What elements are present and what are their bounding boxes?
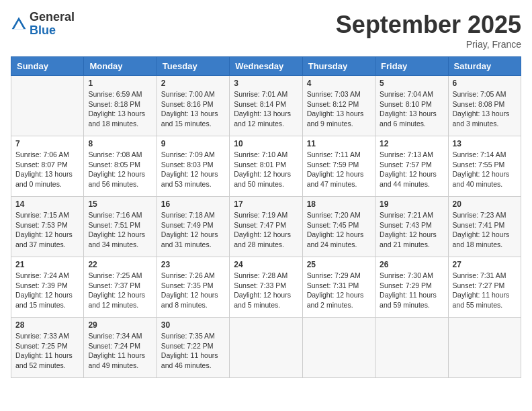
day-number: 26 xyxy=(380,260,443,269)
calendar-cell xyxy=(375,318,448,378)
sunset: Sunset: 7:51 PM xyxy=(88,220,152,230)
sunset: Sunset: 8:05 PM xyxy=(88,160,152,170)
day-number: 18 xyxy=(307,199,371,209)
sunrise: Sunrise: 7:20 AM xyxy=(307,210,371,220)
calendar-cell xyxy=(11,76,84,136)
day-number: 21 xyxy=(15,260,79,269)
day-content: Sunrise: 7:04 AMSunset: 8:10 PMDaylight:… xyxy=(380,89,443,129)
sunrise: Sunrise: 7:16 AM xyxy=(88,210,152,220)
calendar-cell: 16Sunrise: 7:18 AMSunset: 7:49 PMDayligh… xyxy=(157,197,229,257)
sunset: Sunset: 7:59 PM xyxy=(307,160,371,170)
sunrise: Sunrise: 7:23 AM xyxy=(453,210,517,220)
day-number: 10 xyxy=(234,139,298,148)
logo-blue-text: Blue xyxy=(30,24,56,37)
day-number: 30 xyxy=(161,320,225,330)
day-content: Sunrise: 7:23 AMSunset: 7:41 PMDaylight:… xyxy=(453,210,517,250)
month-title: September 2025 xyxy=(336,11,521,39)
logo-icon xyxy=(11,16,27,32)
day-content: Sunrise: 7:34 AMSunset: 7:24 PMDaylight:… xyxy=(88,331,152,371)
sunset: Sunset: 7:43 PM xyxy=(380,220,443,230)
sunset: Sunset: 7:31 PM xyxy=(307,281,371,291)
day-content: Sunrise: 7:13 AMSunset: 7:57 PMDaylight:… xyxy=(380,150,443,189)
daylight-hours: Daylight: 13 hours xyxy=(307,109,371,119)
sunset: Sunset: 7:45 PM xyxy=(307,220,371,230)
daylight-hours: Daylight: 11 hours xyxy=(88,351,152,361)
sunrise: Sunrise: 6:59 AM xyxy=(88,89,152,99)
sunrise: Sunrise: 7:34 AM xyxy=(88,331,152,341)
calendar-cell: 9Sunrise: 7:09 AMSunset: 8:03 PMDaylight… xyxy=(157,136,229,197)
day-content: Sunrise: 7:35 AMSunset: 7:22 PMDaylight:… xyxy=(161,331,225,371)
sunrise: Sunrise: 7:01 AM xyxy=(234,89,298,99)
daylight-hours: Daylight: 12 hours xyxy=(380,230,443,240)
day-content: Sunrise: 7:20 AMSunset: 7:45 PMDaylight:… xyxy=(307,210,371,250)
day-number: 19 xyxy=(380,199,443,209)
sunset: Sunset: 7:41 PM xyxy=(453,220,517,230)
day-content: Sunrise: 7:18 AMSunset: 7:49 PMDaylight:… xyxy=(161,210,225,250)
calendar-cell: 18Sunrise: 7:20 AMSunset: 7:45 PMDayligh… xyxy=(302,197,375,257)
day-content: Sunrise: 7:26 AMSunset: 7:35 PMDaylight:… xyxy=(161,271,225,310)
calendar-cell: 30Sunrise: 7:35 AMSunset: 7:22 PMDayligh… xyxy=(157,318,229,378)
sunset: Sunset: 8:18 PM xyxy=(88,99,152,109)
daylight-hours: Daylight: 12 hours xyxy=(307,169,371,179)
sunset: Sunset: 7:49 PM xyxy=(161,220,225,230)
sunset: Sunset: 8:10 PM xyxy=(380,99,443,109)
sunrise: Sunrise: 7:24 AM xyxy=(15,271,79,281)
col-header-saturday: Saturday xyxy=(448,57,521,76)
daylight-minutes: and 12 minutes. xyxy=(88,300,152,310)
sunset: Sunset: 7:33 PM xyxy=(234,281,298,291)
calendar-cell: 29Sunrise: 7:34 AMSunset: 7:24 PMDayligh… xyxy=(84,318,157,378)
sunset: Sunset: 7:27 PM xyxy=(453,281,517,291)
daylight-hours: Daylight: 12 hours xyxy=(15,230,79,240)
logo: General Blue xyxy=(11,11,75,38)
daylight-hours: Daylight: 11 hours xyxy=(380,290,443,300)
calendar-week-3: 14Sunrise: 7:15 AMSunset: 7:53 PMDayligh… xyxy=(11,197,521,257)
col-header-tuesday: Tuesday xyxy=(157,57,229,76)
sunrise: Sunrise: 7:19 AM xyxy=(234,210,298,220)
daylight-minutes: and 8 minutes. xyxy=(161,300,225,310)
daylight-hours: Daylight: 12 hours xyxy=(161,169,225,179)
daylight-minutes: and 18 minutes. xyxy=(453,240,517,250)
sunrise: Sunrise: 7:14 AM xyxy=(453,150,517,160)
day-content: Sunrise: 7:08 AMSunset: 8:05 PMDaylight:… xyxy=(88,150,152,189)
col-header-thursday: Thursday xyxy=(302,57,375,76)
daylight-minutes: and 55 minutes. xyxy=(453,300,517,310)
calendar-cell: 20Sunrise: 7:23 AMSunset: 7:41 PMDayligh… xyxy=(448,197,521,257)
sunrise: Sunrise: 7:25 AM xyxy=(88,271,152,281)
sunrise: Sunrise: 7:29 AM xyxy=(307,271,371,281)
day-content: Sunrise: 7:33 AMSunset: 7:25 PMDaylight:… xyxy=(15,331,79,371)
calendar-week-5: 28Sunrise: 7:33 AMSunset: 7:25 PMDayligh… xyxy=(11,318,521,378)
day-number: 25 xyxy=(307,260,371,269)
sunset: Sunset: 8:03 PM xyxy=(161,160,225,170)
calendar-cell: 17Sunrise: 7:19 AMSunset: 7:47 PMDayligh… xyxy=(230,197,302,257)
sunset: Sunset: 8:14 PM xyxy=(234,99,298,109)
sunset: Sunset: 7:57 PM xyxy=(380,160,443,170)
day-content: Sunrise: 7:21 AMSunset: 7:43 PMDaylight:… xyxy=(380,210,443,250)
daylight-hours: Daylight: 12 hours xyxy=(161,290,225,300)
sunset: Sunset: 8:01 PM xyxy=(234,160,298,170)
col-header-friday: Friday xyxy=(375,57,448,76)
day-number: 14 xyxy=(15,199,79,209)
daylight-hours: Daylight: 13 hours xyxy=(15,169,79,179)
daylight-hours: Daylight: 12 hours xyxy=(15,290,79,300)
day-content: Sunrise: 6:59 AMSunset: 8:18 PMDaylight:… xyxy=(88,89,152,129)
day-number: 13 xyxy=(453,139,517,148)
sunset: Sunset: 8:12 PM xyxy=(307,99,371,109)
daylight-hours: Daylight: 13 hours xyxy=(88,109,152,119)
sunrise: Sunrise: 7:06 AM xyxy=(15,150,79,160)
sunrise: Sunrise: 7:35 AM xyxy=(161,331,225,341)
day-content: Sunrise: 7:31 AMSunset: 7:27 PMDaylight:… xyxy=(453,271,517,310)
daylight-minutes: and 28 minutes. xyxy=(234,240,298,250)
sunset: Sunset: 8:08 PM xyxy=(453,99,517,109)
day-number: 6 xyxy=(453,79,517,88)
sunset: Sunset: 7:22 PM xyxy=(161,341,225,351)
day-number: 29 xyxy=(88,320,152,330)
day-number: 28 xyxy=(15,320,79,330)
sunrise: Sunrise: 7:05 AM xyxy=(453,89,517,99)
calendar-cell: 3Sunrise: 7:01 AMSunset: 8:14 PMDaylight… xyxy=(230,76,302,136)
calendar-cell: 24Sunrise: 7:28 AMSunset: 7:33 PMDayligh… xyxy=(230,257,302,318)
daylight-hours: Daylight: 12 hours xyxy=(307,230,371,240)
day-content: Sunrise: 7:29 AMSunset: 7:31 PMDaylight:… xyxy=(307,271,371,310)
sunrise: Sunrise: 7:08 AM xyxy=(88,150,152,160)
calendar-cell: 4Sunrise: 7:03 AMSunset: 8:12 PMDaylight… xyxy=(302,76,375,136)
logo-general-text: General xyxy=(30,10,75,24)
